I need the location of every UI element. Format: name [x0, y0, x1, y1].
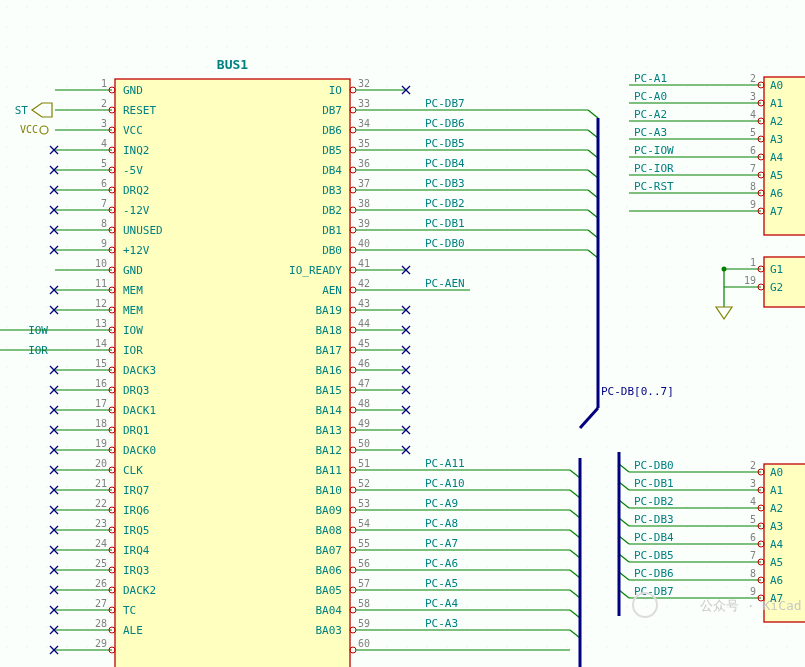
- svg-point-1287: [786, 6, 787, 7]
- svg-point-790: [466, 626, 467, 627]
- svg-point-961: [586, 86, 587, 87]
- svg-point-643: [386, 326, 387, 327]
- svg-point-894: [546, 66, 547, 67]
- svg-point-77: [46, 226, 47, 227]
- svg-point-44: [26, 226, 27, 227]
- svg-point-1027: [626, 86, 627, 87]
- svg-point-1232: [746, 226, 747, 227]
- svg-point-772: [466, 266, 467, 267]
- svg-point-1209: [726, 426, 727, 427]
- svg-point-1231: [746, 206, 747, 207]
- svg-point-658: [386, 626, 387, 627]
- svg-point-781: [466, 446, 467, 447]
- svg-point-897: [546, 126, 547, 127]
- svg-point-396: [246, 6, 247, 7]
- pin-name: BA19: [316, 304, 343, 317]
- svg-point-726: [446, 6, 447, 7]
- pin-number: 55: [358, 538, 370, 549]
- svg-point-742: [446, 326, 447, 327]
- svg-point-819: [486, 546, 487, 547]
- svg-point-114: [66, 306, 67, 307]
- svg-point-498: [306, 66, 307, 67]
- svg-point-857: [506, 646, 507, 647]
- svg-point-955: [566, 626, 567, 627]
- svg-point-14: [6, 286, 7, 287]
- svg-point-198: [126, 6, 127, 7]
- svg-point-123: [66, 486, 67, 487]
- svg-point-529: [326, 26, 327, 27]
- svg-point-636: [386, 186, 387, 187]
- net-label: PC-DB5: [634, 549, 674, 562]
- svg-point-715: [426, 446, 427, 447]
- pin-number: 17: [95, 398, 107, 409]
- svg-point-986: [586, 586, 587, 587]
- svg-point-160: [86, 566, 87, 567]
- svg-point-432: [266, 66, 267, 67]
- svg-point-1101: [666, 246, 667, 247]
- svg-point-132: [86, 6, 87, 7]
- svg-point-1049: [626, 526, 627, 527]
- svg-point-1107: [666, 366, 667, 367]
- svg-point-1396: [350, 287, 356, 293]
- svg-point-1239: [746, 366, 747, 367]
- svg-point-1198: [726, 206, 727, 207]
- svg-point-800: [486, 166, 487, 167]
- net-label: PC-IOW: [634, 144, 674, 157]
- svg-point-1305: [786, 366, 787, 367]
- svg-point-154: [86, 446, 87, 447]
- svg-point-792: [486, 6, 487, 7]
- svg-point-1188: [726, 6, 727, 7]
- svg-point-784: [466, 506, 467, 507]
- svg-point-561: [346, 6, 347, 7]
- svg-point-1418: [350, 447, 356, 453]
- svg-point-833: [506, 166, 507, 167]
- svg-point-161: [86, 586, 87, 587]
- pin-number: 54: [358, 518, 370, 529]
- svg-point-1217: [726, 586, 727, 587]
- svg-point-650: [386, 466, 387, 467]
- svg-point-771: [466, 246, 467, 247]
- pin-number: 56: [358, 558, 370, 569]
- pin-name: A1: [770, 97, 783, 110]
- svg-point-804: [486, 246, 487, 247]
- svg-point-1001: [606, 226, 607, 227]
- svg-point-1437: [350, 627, 356, 633]
- svg-point-148: [86, 326, 87, 327]
- svg-point-1194: [726, 126, 727, 127]
- svg-point-530: [326, 46, 327, 47]
- pin-number: 15: [95, 358, 107, 369]
- svg-point-814: [486, 446, 487, 447]
- svg-point-99: [66, 6, 67, 7]
- svg-point-890: [526, 646, 527, 647]
- svg-point-925: [566, 26, 567, 27]
- svg-point-12: [6, 246, 7, 247]
- svg-point-761: [466, 46, 467, 47]
- svg-point-528: [326, 6, 327, 7]
- svg-point-109: [66, 206, 67, 207]
- watermark: 公众号 · KiCad: [700, 598, 802, 613]
- svg-point-1161: [706, 126, 707, 127]
- svg-point-856: [506, 626, 507, 627]
- svg-point-903: [546, 246, 547, 247]
- svg-point-1192: [726, 86, 727, 87]
- svg-point-773: [466, 286, 467, 287]
- svg-point-1201: [726, 266, 727, 267]
- svg-point-962: [586, 106, 587, 107]
- pin-name: G1: [770, 263, 783, 276]
- pin-name: RESET: [123, 104, 156, 117]
- svg-point-834: [506, 186, 507, 187]
- svg-point-692: [406, 646, 407, 647]
- pin-name: A0: [770, 466, 783, 479]
- svg-point-628: [386, 26, 387, 27]
- svg-point-1029: [626, 126, 627, 127]
- svg-point-92: [46, 526, 47, 527]
- svg-point-769: [466, 206, 467, 207]
- svg-point-1015: [606, 506, 607, 507]
- svg-point-28: [6, 566, 7, 567]
- svg-point-1058: [646, 46, 647, 47]
- svg-point-852: [506, 546, 507, 547]
- svg-point-24: [6, 486, 7, 487]
- svg-point-595: [366, 26, 367, 27]
- svg-point-10: [6, 206, 7, 207]
- svg-point-36: [26, 66, 27, 67]
